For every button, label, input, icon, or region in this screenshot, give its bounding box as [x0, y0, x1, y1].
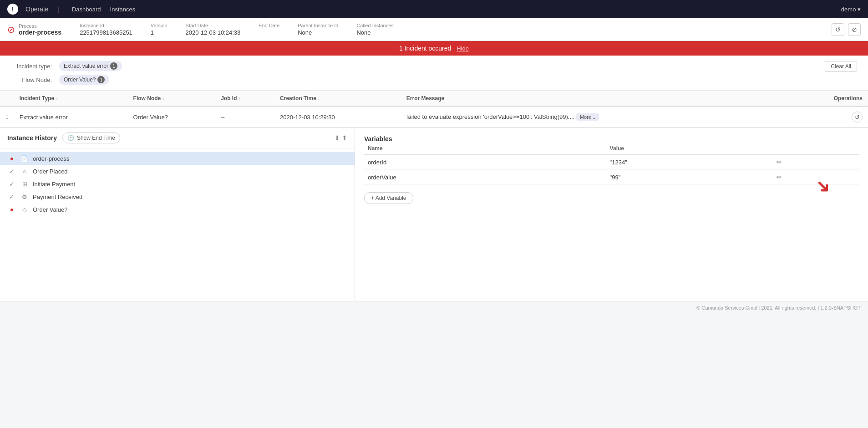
- bottom-section: Instance History 🕐 Show End Time ⬇ ⬆ ● 📄…: [0, 128, 868, 301]
- flow-node-label: Flow Node:: [11, 76, 52, 83]
- check-icon: ✓: [7, 180, 16, 188]
- filters-content: Incident type: Extract value error 1 Flo…: [11, 61, 825, 85]
- col-var-name: Name: [364, 143, 606, 155]
- start-date-value: 2020-12-03 10:24:33: [186, 29, 241, 36]
- col-error-message: Error Message: [401, 91, 792, 107]
- flow-node-filter-row: Flow Node: Order Value? 1: [11, 75, 825, 85]
- error-icon: ●: [7, 206, 16, 213]
- col-incident-type[interactable]: Incident Type ↕: [14, 91, 128, 107]
- item-label: Order Value?: [33, 206, 67, 213]
- nav-instances[interactable]: Instances: [110, 6, 136, 13]
- variables-table: Name Value orderId "1234" ✏ orderValu: [364, 143, 859, 185]
- nav-dashboard[interactable]: Dashboard: [72, 6, 101, 13]
- row-job-id: --: [215, 107, 274, 127]
- incidents-table: Incident Type ↕ Flow Node ↕ Job Id ↕ Cre…: [0, 91, 868, 127]
- incident-type-tag[interactable]: Extract value error 1: [59, 61, 122, 71]
- var-edit-orderId: ✏: [773, 155, 859, 170]
- check-icon: ✓: [7, 193, 16, 200]
- edit-ordervalue-button[interactable]: ✏: [777, 173, 782, 181]
- instance-id-field: Instance Id 2251799813685251: [80, 23, 132, 36]
- clock-icon: 🕐: [67, 135, 74, 141]
- version-field: Version 1: [151, 23, 168, 36]
- variable-row: orderId "1234" ✏: [364, 155, 859, 170]
- var-edit-orderValue: ✏: [773, 170, 859, 185]
- add-variable-button[interactable]: + Add Variable: [364, 192, 413, 204]
- retry-row-button[interactable]: ↺: [852, 112, 863, 122]
- check-icon: ✓: [7, 168, 16, 175]
- list-item[interactable]: ✓ ⚙ Payment Received: [0, 190, 355, 203]
- incident-type-count: 1: [110, 62, 117, 70]
- incident-message: 1 Incident occured: [399, 45, 451, 52]
- row-number: 1: [0, 107, 14, 127]
- item-label: Initiate Payment: [33, 181, 75, 188]
- incident-type-filter-row: Incident type: Extract value error 1: [11, 61, 825, 71]
- col-creation-time[interactable]: Creation Time ↕: [274, 91, 401, 107]
- top-nav: ! Operate | Dashboard Instances demo ▾: [0, 0, 868, 18]
- error-icon: ●: [7, 155, 16, 162]
- footer: © Camunda Services GmbH 2021. All rights…: [0, 301, 868, 314]
- item-label: Payment Received: [33, 194, 82, 200]
- diamond-icon: ◇: [20, 206, 29, 213]
- col-num: [0, 91, 14, 107]
- called-instances-field: Called Instances None: [356, 23, 393, 36]
- flow-node-sort-icon: ↕: [162, 96, 165, 101]
- list-item[interactable]: ● ◇ Order Value?: [0, 203, 355, 216]
- user-menu[interactable]: demo ▾: [841, 6, 861, 13]
- var-name-orderId: orderId: [364, 155, 606, 170]
- called-instances-value: None: [356, 29, 393, 36]
- list-item[interactable]: ● 📄 order-process: [0, 152, 355, 165]
- nav-links: Dashboard Instances: [72, 6, 135, 13]
- gear-icon: ⚙: [20, 194, 29, 200]
- process-label: Process: [19, 23, 61, 29]
- row-flow-node: Order Value?: [128, 107, 216, 127]
- process-name: order-process: [19, 29, 61, 36]
- show-end-time-button[interactable]: 🕐 Show End Time: [62, 132, 120, 143]
- incidents-section: Incident Type ↕ Flow Node ↕ Job Id ↕ Cre…: [0, 91, 868, 128]
- more-button[interactable]: More...: [576, 113, 599, 121]
- incident-type-label: Incident type:: [11, 63, 52, 70]
- var-value-orderId: "1234": [606, 155, 773, 170]
- cancel-instance-button[interactable]: ⊘: [848, 23, 861, 36]
- variables-section: Variables Name Value orderId "1234" ✏: [355, 128, 868, 301]
- incident-type-sort-icon: ↕: [56, 96, 58, 101]
- var-value-orderValue: "99": [606, 170, 773, 185]
- footer-text: © Camunda Services GmbH 2021. All rights…: [696, 305, 861, 311]
- collapse-button[interactable]: ⬆: [342, 134, 347, 142]
- flow-node-tag[interactable]: Order Value? 1: [59, 75, 109, 85]
- flow-node-count: 1: [97, 76, 105, 83]
- incident-banner: 1 Incident occured Hide: [0, 41, 868, 56]
- row-incident-type: Extract value error: [14, 107, 128, 127]
- parent-instance-value: None: [298, 29, 338, 36]
- circle-icon: ○: [20, 168, 29, 175]
- app-logo: !: [7, 4, 18, 15]
- process-error-icon: ⊘: [7, 24, 15, 35]
- col-job-id[interactable]: Job Id ↕: [215, 91, 274, 107]
- retry-instance-button[interactable]: ↺: [832, 23, 844, 36]
- variable-row: orderValue "99" ✏: [364, 170, 859, 185]
- col-flow-node[interactable]: Flow Node ↕: [128, 91, 216, 107]
- history-list: ● 📄 order-process ✓ ○ Order Placed ✓ ⊞ I…: [0, 148, 355, 219]
- instance-history-title: Instance History: [7, 134, 57, 142]
- start-date-field: Start Date 2020-12-03 10:24:33: [186, 23, 241, 36]
- col-var-actions: [773, 143, 859, 155]
- instance-id-value: 2251799813685251: [80, 29, 132, 36]
- item-label: Order Placed: [33, 168, 68, 175]
- var-name-orderValue: orderValue: [364, 170, 606, 185]
- end-date-field: End Date --: [259, 23, 279, 36]
- row-operations: ↺: [792, 107, 868, 127]
- clear-all-button[interactable]: Clear All: [825, 61, 857, 72]
- instance-history-panel: Instance History 🕐 Show End Time ⬇ ⬆ ● 📄…: [0, 128, 355, 301]
- variables-title: Variables: [364, 135, 859, 143]
- list-item[interactable]: ✓ ○ Order Placed: [0, 165, 355, 178]
- col-var-value: Value: [606, 143, 773, 155]
- incident-hide-button[interactable]: Hide: [457, 45, 469, 52]
- header-actions: ↺ ⊘: [832, 23, 861, 36]
- creation-time-sort-icon: ↕: [318, 96, 320, 101]
- collapse-buttons: ⬇ ⬆: [335, 134, 347, 142]
- row-creation-time: 2020-12-03 10:29:30: [274, 107, 401, 127]
- expand-button[interactable]: ⬇: [335, 134, 340, 142]
- job-id-sort-icon: ↕: [239, 96, 241, 101]
- row-error-message: failed to evaluate expression 'orderValu…: [401, 107, 792, 127]
- list-item[interactable]: ✓ ⊞ Initiate Payment: [0, 178, 355, 190]
- edit-orderid-button[interactable]: ✏: [777, 158, 782, 166]
